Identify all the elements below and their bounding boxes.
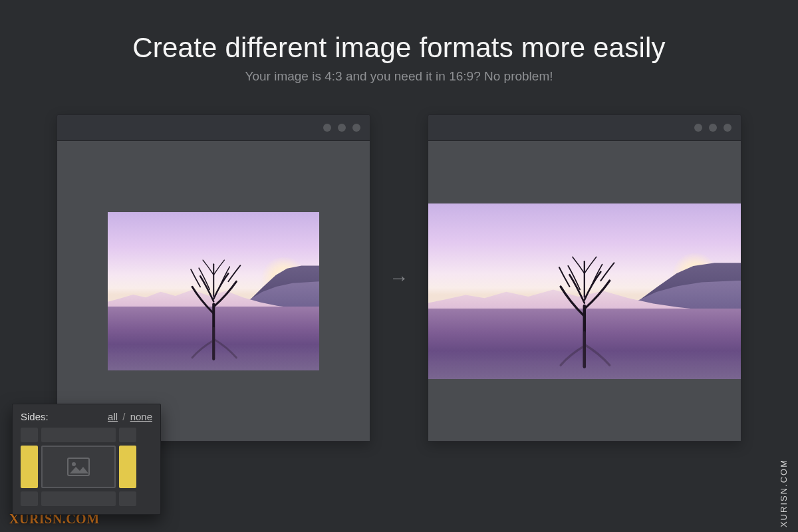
- svg-point-1: [72, 462, 76, 466]
- sample-image-result: [428, 203, 741, 379]
- sides-separator: /: [122, 411, 125, 422]
- canvas-original: [57, 141, 370, 441]
- side-top-left[interactable]: [21, 428, 38, 442]
- side-right[interactable]: [119, 446, 136, 488]
- sides-panel: Sides: all / none: [12, 404, 161, 515]
- canvas-result: [428, 141, 741, 441]
- sample-image-original: [108, 212, 319, 370]
- sides-label: Sides:: [21, 411, 49, 422]
- window-control-icon[interactable]: [709, 124, 717, 132]
- window-control-icon[interactable]: [338, 124, 346, 132]
- comparison-stage: →: [0, 114, 798, 442]
- side-bottom-right[interactable]: [119, 491, 136, 506]
- side-top[interactable]: [41, 428, 116, 442]
- side-bottom[interactable]: [41, 491, 116, 506]
- sides-select-all-link[interactable]: all: [108, 411, 118, 422]
- sides-select-none-link[interactable]: none: [130, 411, 152, 422]
- side-bottom-left[interactable]: [21, 491, 38, 506]
- side-top-right[interactable]: [119, 428, 136, 442]
- window-control-icon[interactable]: [694, 124, 702, 132]
- arrow-right-icon: →: [389, 267, 409, 289]
- window-titlebar: [57, 115, 370, 141]
- sides-grid: [21, 428, 136, 506]
- image-placeholder-icon: [41, 446, 116, 488]
- side-left[interactable]: [21, 446, 38, 488]
- tree-icon: [176, 240, 251, 360]
- window-control-icon[interactable]: [323, 124, 331, 132]
- watermark-side: XURISN.COM: [779, 459, 789, 527]
- window-original: [57, 114, 370, 442]
- window-titlebar: [428, 115, 741, 141]
- window-result: [428, 114, 741, 442]
- headline-title: Create different image formats more easi…: [0, 32, 798, 64]
- tree-icon: [541, 235, 628, 368]
- window-control-icon[interactable]: [724, 124, 732, 132]
- headline-subtitle: Your image is 4:3 and you need it in 16:…: [0, 69, 798, 84]
- window-control-icon[interactable]: [352, 124, 360, 132]
